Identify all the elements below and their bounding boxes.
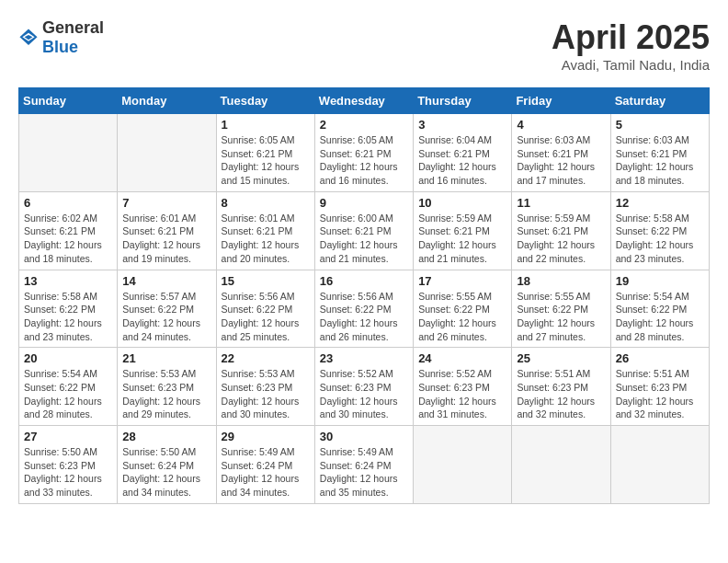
calendar-cell: 4Sunrise: 6:03 AMSunset: 6:21 PMDaylight… xyxy=(512,114,610,192)
calendar-cell: 21Sunrise: 5:53 AMSunset: 6:23 PMDayligh… xyxy=(118,348,216,426)
day-header-sunday: Sunday xyxy=(19,88,118,114)
day-detail: Sunrise: 5:51 AMSunset: 6:23 PMDaylight:… xyxy=(517,367,605,421)
day-detail: Sunrise: 6:05 AMSunset: 6:21 PMDaylight:… xyxy=(320,133,408,188)
logo-blue: Blue xyxy=(42,38,78,56)
day-detail: Sunrise: 5:59 AMSunset: 6:21 PMDaylight:… xyxy=(418,212,506,266)
day-number: 28 xyxy=(122,430,210,443)
logo-general: General xyxy=(42,18,104,37)
day-header-wednesday: Wednesday xyxy=(314,88,413,114)
day-detail: Sunrise: 5:50 AMSunset: 6:24 PMDaylight:… xyxy=(122,445,210,500)
day-detail: Sunrise: 6:00 AMSunset: 6:21 PMDaylight:… xyxy=(320,212,408,266)
calendar-cell: 11Sunrise: 5:59 AMSunset: 6:21 PMDayligh… xyxy=(512,191,610,270)
day-number: 23 xyxy=(320,351,408,365)
week-row-2: 6Sunrise: 6:02 AMSunset: 6:21 PMDaylight… xyxy=(19,191,710,270)
day-number: 11 xyxy=(517,196,605,210)
day-detail: Sunrise: 5:56 AMSunset: 6:22 PMDaylight:… xyxy=(222,290,310,344)
header-row: SundayMondayTuesdayWednesdayThursdayFrid… xyxy=(19,88,710,114)
day-number: 5 xyxy=(616,118,704,132)
day-detail: Sunrise: 5:52 AMSunset: 6:23 PMDaylight:… xyxy=(418,367,506,421)
month-title: April 2025 xyxy=(552,18,710,57)
day-header-friday: Friday xyxy=(512,88,610,114)
calendar-cell: 3Sunrise: 6:04 AMSunset: 6:21 PMDaylight… xyxy=(414,114,512,192)
calendar-cell: 13Sunrise: 5:58 AMSunset: 6:22 PMDayligh… xyxy=(19,270,118,348)
day-number: 14 xyxy=(122,274,210,288)
day-detail: Sunrise: 5:57 AMSunset: 6:22 PMDaylight:… xyxy=(122,290,210,344)
calendar-cell: 18Sunrise: 5:55 AMSunset: 6:22 PMDayligh… xyxy=(512,270,610,348)
calendar-cell: 19Sunrise: 5:54 AMSunset: 6:22 PMDayligh… xyxy=(610,270,709,348)
calendar-cell: 16Sunrise: 5:56 AMSunset: 6:22 PMDayligh… xyxy=(314,270,413,348)
day-detail: Sunrise: 6:04 AMSunset: 6:21 PMDaylight:… xyxy=(418,133,506,188)
day-detail: Sunrise: 5:52 AMSunset: 6:23 PMDaylight:… xyxy=(320,367,408,421)
calendar-cell: 8Sunrise: 6:01 AMSunset: 6:21 PMDaylight… xyxy=(216,191,314,270)
calendar-cell: 6Sunrise: 6:02 AMSunset: 6:21 PMDaylight… xyxy=(19,191,118,270)
day-detail: Sunrise: 5:58 AMSunset: 6:22 PMDaylight:… xyxy=(616,212,704,266)
week-row-5: 27Sunrise: 5:50 AMSunset: 6:23 PMDayligh… xyxy=(19,426,710,504)
day-number: 3 xyxy=(418,118,506,132)
day-detail: Sunrise: 6:01 AMSunset: 6:21 PMDaylight:… xyxy=(122,212,210,266)
day-detail: Sunrise: 6:02 AMSunset: 6:21 PMDaylight:… xyxy=(24,212,112,266)
calendar-cell xyxy=(512,426,610,504)
day-detail: Sunrise: 5:54 AMSunset: 6:22 PMDaylight:… xyxy=(24,367,112,421)
day-number: 24 xyxy=(418,351,506,365)
day-number: 13 xyxy=(24,274,112,288)
day-number: 4 xyxy=(517,118,605,132)
calendar-cell: 10Sunrise: 5:59 AMSunset: 6:21 PMDayligh… xyxy=(414,191,512,270)
day-detail: Sunrise: 6:03 AMSunset: 6:21 PMDaylight:… xyxy=(517,133,605,188)
calendar-cell: 17Sunrise: 5:55 AMSunset: 6:22 PMDayligh… xyxy=(414,270,512,348)
day-detail: Sunrise: 5:50 AMSunset: 6:23 PMDaylight:… xyxy=(24,445,112,500)
day-header-tuesday: Tuesday xyxy=(216,88,314,114)
day-detail: Sunrise: 5:59 AMSunset: 6:21 PMDaylight:… xyxy=(517,212,605,266)
calendar-cell xyxy=(118,114,216,192)
day-number: 25 xyxy=(517,351,605,365)
day-detail: Sunrise: 6:05 AMSunset: 6:21 PMDaylight:… xyxy=(222,133,310,188)
day-number: 15 xyxy=(222,274,310,288)
day-detail: Sunrise: 5:55 AMSunset: 6:22 PMDaylight:… xyxy=(517,290,605,344)
day-detail: Sunrise: 5:53 AMSunset: 6:23 PMDaylight:… xyxy=(122,367,210,421)
day-detail: Sunrise: 5:56 AMSunset: 6:22 PMDaylight:… xyxy=(320,290,408,344)
location: Avadi, Tamil Nadu, India xyxy=(552,57,710,73)
calendar-cell xyxy=(19,114,118,192)
calendar-cell: 20Sunrise: 5:54 AMSunset: 6:22 PMDayligh… xyxy=(19,348,118,426)
calendar-cell: 27Sunrise: 5:50 AMSunset: 6:23 PMDayligh… xyxy=(19,426,118,504)
day-number: 7 xyxy=(122,196,210,210)
day-detail: Sunrise: 6:03 AMSunset: 6:21 PMDaylight:… xyxy=(616,133,704,188)
calendar-cell: 22Sunrise: 5:53 AMSunset: 6:23 PMDayligh… xyxy=(216,348,314,426)
day-detail: Sunrise: 5:58 AMSunset: 6:22 PMDaylight:… xyxy=(24,290,112,344)
day-detail: Sunrise: 6:01 AMSunset: 6:21 PMDaylight:… xyxy=(222,212,310,266)
logo: General Blue xyxy=(18,18,104,57)
day-number: 29 xyxy=(222,430,310,443)
day-detail: Sunrise: 5:55 AMSunset: 6:22 PMDaylight:… xyxy=(418,290,506,344)
week-row-3: 13Sunrise: 5:58 AMSunset: 6:22 PMDayligh… xyxy=(19,270,710,348)
calendar-cell: 28Sunrise: 5:50 AMSunset: 6:24 PMDayligh… xyxy=(118,426,216,504)
day-header-thursday: Thursday xyxy=(414,88,512,114)
week-row-1: 1Sunrise: 6:05 AMSunset: 6:21 PMDaylight… xyxy=(19,114,710,192)
calendar-cell: 25Sunrise: 5:51 AMSunset: 6:23 PMDayligh… xyxy=(512,348,610,426)
calendar-cell: 5Sunrise: 6:03 AMSunset: 6:21 PMDaylight… xyxy=(610,114,709,192)
calendar-cell: 12Sunrise: 5:58 AMSunset: 6:22 PMDayligh… xyxy=(610,191,709,270)
calendar-cell: 9Sunrise: 6:00 AMSunset: 6:21 PMDaylight… xyxy=(314,191,413,270)
day-detail: Sunrise: 5:49 AMSunset: 6:24 PMDaylight:… xyxy=(320,445,408,500)
day-number: 9 xyxy=(320,196,408,210)
logo-icon xyxy=(18,28,39,48)
day-number: 12 xyxy=(616,196,704,210)
day-number: 1 xyxy=(222,118,310,132)
calendar-cell: 23Sunrise: 5:52 AMSunset: 6:23 PMDayligh… xyxy=(314,348,413,426)
day-number: 27 xyxy=(24,430,112,443)
calendar-cell xyxy=(610,426,709,504)
week-row-4: 20Sunrise: 5:54 AMSunset: 6:22 PMDayligh… xyxy=(19,348,710,426)
calendar-cell: 1Sunrise: 6:05 AMSunset: 6:21 PMDaylight… xyxy=(216,114,314,192)
day-number: 6 xyxy=(24,196,112,210)
day-detail: Sunrise: 5:51 AMSunset: 6:23 PMDaylight:… xyxy=(616,367,704,421)
day-number: 19 xyxy=(616,274,704,288)
day-number: 21 xyxy=(122,351,210,365)
calendar-cell xyxy=(414,426,512,504)
day-detail: Sunrise: 5:54 AMSunset: 6:22 PMDaylight:… xyxy=(616,290,704,344)
day-header-monday: Monday xyxy=(118,88,216,114)
day-number: 18 xyxy=(517,274,605,288)
day-header-saturday: Saturday xyxy=(610,88,709,114)
calendar-cell: 14Sunrise: 5:57 AMSunset: 6:22 PMDayligh… xyxy=(118,270,216,348)
calendar-cell: 7Sunrise: 6:01 AMSunset: 6:21 PMDaylight… xyxy=(118,191,216,270)
day-number: 26 xyxy=(616,351,704,365)
day-number: 10 xyxy=(418,196,506,210)
calendar-cell: 26Sunrise: 5:51 AMSunset: 6:23 PMDayligh… xyxy=(610,348,709,426)
